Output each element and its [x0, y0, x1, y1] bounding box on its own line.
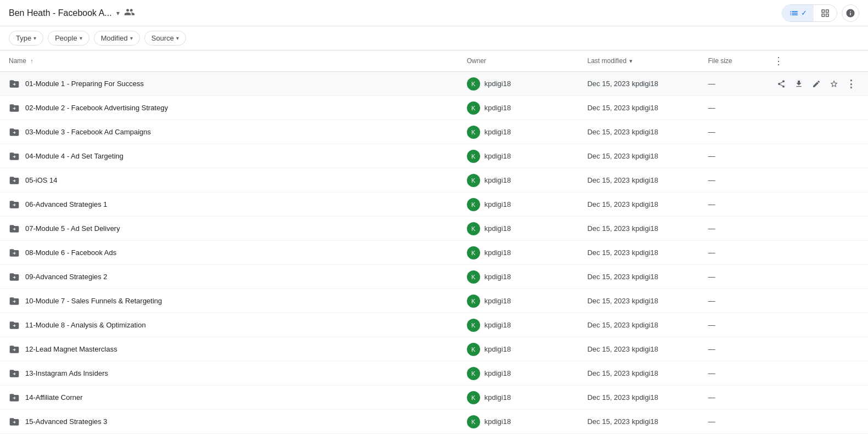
source-filter-chevron-icon: ▾: [176, 35, 179, 41]
file-table: Name ↑ Owner Last modified ▾ File size ⋮: [0, 50, 868, 434]
filesize-cell: —: [700, 361, 765, 386]
svg-rect-29: [14, 421, 15, 423]
modified-cell: Dec 15, 2023 kpdigi18: [578, 289, 699, 313]
actions-cell: ⋮: [765, 410, 868, 434]
name-column-header[interactable]: Name ↑: [0, 50, 458, 72]
people-filter-button[interactable]: People ▾: [48, 31, 89, 46]
owner-cell: K kpdigi18: [458, 289, 579, 313]
type-filter-label: Type: [16, 34, 31, 42]
actions-cell: ⋮: [765, 361, 868, 386]
owner-cell: K kpdigi18: [458, 265, 579, 289]
name-cell: 05-iOS 14: [0, 168, 458, 193]
svg-rect-3: [14, 107, 15, 110]
avatar: K: [467, 367, 480, 380]
owner-cell: K kpdigi18: [458, 96, 579, 120]
download-icon-button[interactable]: [791, 76, 807, 92]
file-name: 10-Module 7 - Sales Funnels & Retargetin…: [25, 297, 162, 305]
file-name: 15-Advanced Strategies 3: [25, 417, 108, 426]
table-row[interactable]: 12-Lead Magnet Masterclass K kpdigi18 De…: [0, 337, 868, 361]
actions-cell: ⋮: [765, 289, 868, 313]
svg-rect-23: [14, 348, 15, 351]
title-chevron-icon[interactable]: ▾: [116, 9, 120, 17]
modified-cell: Dec 15, 2023 kpdigi18: [578, 120, 699, 144]
avatar: K: [467, 126, 480, 139]
owner-cell: K kpdigi18: [458, 410, 579, 434]
list-view-button[interactable]: ✓: [782, 5, 814, 21]
header: Ben Heath - Facebook A... ▾ ✓: [0, 0, 868, 26]
info-button[interactable]: [842, 4, 859, 22]
table-row[interactable]: 08-Module 6 - Facebook Ads K kpdigi18 De…: [0, 241, 868, 265]
modified-cell: Dec 15, 2023 kpdigi18: [578, 386, 699, 410]
table-row[interactable]: 03-Module 3 - Facebook Ad Campaigns K kp…: [0, 120, 868, 144]
folder-icon: [9, 344, 20, 355]
type-filter-button[interactable]: Type ▾: [9, 31, 43, 46]
folder-icon: [9, 223, 20, 234]
file-table-body: 01-Module 1 - Preparing For Success K kp…: [0, 72, 868, 434]
actions-cell: ⋮: [765, 72, 868, 96]
file-name: 12-Lead Magnet Masterclass: [25, 345, 117, 353]
modified-cell: Dec 15, 2023 kpdigi18: [578, 168, 699, 193]
table-row[interactable]: 02-Module 2 - Facebook Advertising Strat…: [0, 96, 868, 120]
name-cell: 12-Lead Magnet Masterclass: [0, 337, 458, 361]
name-cell: 01-Module 1 - Preparing For Success: [0, 72, 458, 96]
star-icon-button[interactable]: [826, 76, 842, 92]
file-name: 07-Module 5 - Ad Set Delivery: [25, 224, 120, 233]
table-row[interactable]: 05-iOS 14 K kpdigi18 Dec 15, 2023 kpdigi…: [0, 168, 868, 193]
actions-cell: ⋮: [765, 144, 868, 168]
modified-cell: Dec 15, 2023 kpdigi18: [578, 265, 699, 289]
table-row[interactable]: 09-Advanced Strategies 2 K kpdigi18 Dec …: [0, 265, 868, 289]
header-right: ✓: [782, 4, 859, 22]
file-name: 05-iOS 14: [25, 176, 58, 184]
owner-name: kpdigi18: [484, 128, 511, 136]
avatar: K: [467, 319, 480, 332]
folder-icon: [9, 127, 20, 138]
modified-cell: Dec 15, 2023 kpdigi18: [578, 144, 699, 168]
table-row[interactable]: 13-Instagram Ads Insiders K kpdigi18 Dec…: [0, 361, 868, 386]
table-row[interactable]: 15-Advanced Strategies 3 K kpdigi18 Dec …: [0, 410, 868, 434]
table-row[interactable]: 10-Module 7 - Sales Funnels & Retargetin…: [0, 289, 868, 313]
name-cell: 15-Advanced Strategies 3: [0, 410, 458, 434]
owner-name: kpdigi18: [484, 152, 511, 160]
table-row[interactable]: 07-Module 5 - Ad Set Delivery K kpdigi18…: [0, 217, 868, 241]
owner-column-header[interactable]: Owner: [458, 50, 579, 72]
owner-name: kpdigi18: [484, 200, 511, 208]
file-name: 02-Module 2 - Facebook Advertising Strat…: [25, 104, 168, 112]
actions-cell: ⋮: [765, 120, 868, 144]
share-icon-button[interactable]: [774, 76, 789, 92]
people-icon[interactable]: [124, 7, 135, 19]
filesize-cell: —: [700, 410, 765, 434]
avatar: K: [467, 295, 480, 308]
avatar: K: [467, 270, 480, 284]
more-options-header-icon[interactable]: ⋮: [774, 55, 784, 66]
header-left: Ben Heath - Facebook A... ▾: [9, 7, 135, 19]
source-filter-label: Source: [151, 34, 174, 42]
type-filter-chevron-icon: ▾: [33, 35, 36, 41]
filesize-cell: —: [700, 96, 765, 120]
owner-cell: K kpdigi18: [458, 72, 579, 96]
filesize-cell: —: [700, 217, 765, 241]
table-row[interactable]: 04-Module 4 - Ad Set Targeting K kpdigi1…: [0, 144, 868, 168]
owner-name: kpdigi18: [484, 369, 511, 377]
folder-icon: [9, 103, 20, 114]
more-options-button[interactable]: ⋮: [844, 76, 859, 92]
modified-sort-icon: ▾: [629, 58, 633, 64]
edit-icon-button[interactable]: [809, 76, 824, 92]
modified-column-header[interactable]: Last modified ▾: [578, 50, 699, 72]
actions-cell: ⋮: [765, 386, 868, 410]
name-sort-icon: ↑: [30, 58, 33, 64]
table-row[interactable]: 01-Module 1 - Preparing For Success K kp…: [0, 72, 868, 96]
table-row[interactable]: 14-Affiliate Corner K kpdigi18 Dec 15, 2…: [0, 386, 868, 410]
modified-cell: Dec 15, 2023 kpdigi18: [578, 361, 699, 386]
svg-rect-5: [14, 131, 15, 134]
source-filter-button[interactable]: Source ▾: [144, 31, 186, 46]
table-row[interactable]: 11-Module 8 - Analysis & Optimization K …: [0, 313, 868, 337]
modified-filter-button[interactable]: Modified ▾: [94, 31, 140, 46]
name-cell: 11-Module 8 - Analysis & Optimization: [0, 313, 458, 337]
name-cell: 09-Advanced Strategies 2: [0, 265, 458, 289]
filesize-cell: —: [700, 313, 765, 337]
filesize-cell: —: [700, 337, 765, 361]
folder-icon: [9, 247, 20, 258]
grid-view-button[interactable]: [814, 5, 837, 21]
table-row[interactable]: 06-Advanced Strategies 1 K kpdigi18 Dec …: [0, 193, 868, 217]
filesize-column-header[interactable]: File size: [700, 50, 765, 72]
